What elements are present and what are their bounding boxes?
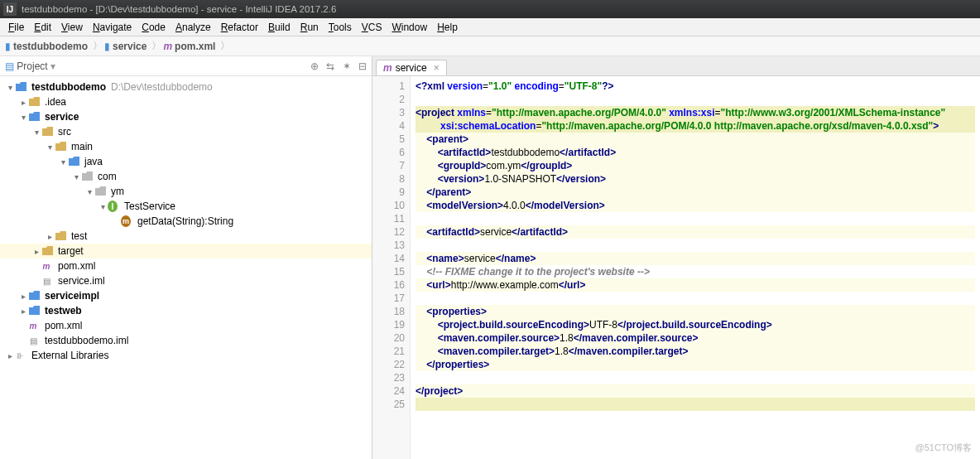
expand-arrow-icon[interactable]: ▾ <box>45 143 55 152</box>
code-editor[interactable]: 1234567891011121314151617181920212223242… <box>372 76 980 459</box>
line-number: 14 <box>372 252 405 265</box>
tree-node[interactable]: ▾testdubbodemoD:\Dev\testdubbodemo <box>0 80 372 94</box>
tree-label: pom.xml <box>58 260 95 272</box>
close-icon[interactable]: × <box>434 62 440 74</box>
mod-icon <box>15 81 28 93</box>
settings-icon[interactable]: ✶ <box>343 60 351 72</box>
code-lines[interactable]: <?xml version="1.0" encoding="UTF-8"?> <… <box>411 76 980 459</box>
expand-arrow-icon[interactable]: ▾ <box>5 83 15 92</box>
menu-build[interactable]: Build <box>263 22 295 33</box>
editor-area: m service × 1234567891011121314151617181… <box>372 56 980 459</box>
expand-arrow-icon[interactable]: ▸ <box>45 232 55 241</box>
expand-arrow-icon[interactable]: ▾ <box>71 172 81 181</box>
tree-suffix: D:\Dev\testdubbodemo <box>111 81 213 93</box>
maven-icon: m <box>383 62 392 74</box>
tree-label: test <box>71 230 87 242</box>
menu-navigate[interactable]: Navigate <box>88 22 137 33</box>
menu-view[interactable]: View <box>56 22 88 33</box>
code-line[interactable]: </parent> <box>416 186 975 199</box>
menu-code[interactable]: Code <box>137 22 171 33</box>
expand-arrow-icon[interactable]: ▾ <box>98 202 108 211</box>
menu-window[interactable]: Window <box>387 22 432 33</box>
tree-node[interactable]: mpom.xml <box>0 258 372 273</box>
code-line[interactable]: </properties> <box>416 358 975 371</box>
project-tool-icon[interactable]: ▤ <box>5 60 14 72</box>
tree-node[interactable]: ▸test <box>0 229 372 244</box>
tree-label: main <box>71 141 93 152</box>
tree-node[interactable]: ▾src <box>0 124 372 139</box>
tree-label: External Libraries <box>31 350 108 361</box>
breadcrumb-item[interactable]: ▮testdubbodemo <box>5 41 88 52</box>
app-icon: IJ <box>3 2 17 16</box>
tool-icon[interactable]: ⇆ <box>326 60 334 72</box>
code-line[interactable]: <version>1.0-SNAPSHOT</version> <box>416 172 975 186</box>
code-line[interactable]: <url>http://www.example.com</url> <box>416 278 975 292</box>
expand-arrow-icon[interactable]: ▸ <box>18 307 28 316</box>
code-line[interactable]: <maven.compiler.source>1.8</maven.compil… <box>416 331 975 345</box>
tree-node[interactable]: ▸target <box>0 244 372 258</box>
mod-icon <box>28 111 41 123</box>
tree-node[interactable]: mpom.xml <box>0 318 372 333</box>
code-line[interactable]: <?xml version="1.0" encoding="UTF-8"?> <box>416 80 975 93</box>
tree-label: java <box>84 156 103 167</box>
menu-vcs[interactable]: VCS <box>357 22 387 33</box>
code-line[interactable]: xsi:schemaLocation="http://maven.apache.… <box>416 119 975 133</box>
tree-node[interactable]: ▾ym <box>0 184 372 199</box>
code-line[interactable]: </project> <box>416 384 975 398</box>
code-line[interactable]: <maven.compiler.target>1.8</maven.compil… <box>416 345 975 358</box>
hide-icon[interactable]: ⊟ <box>358 60 367 72</box>
menu-edit[interactable]: Edit <box>29 22 56 33</box>
tree-node[interactable]: ▤service.iml <box>0 273 372 288</box>
expand-arrow-icon[interactable]: ▾ <box>84 187 94 196</box>
tree-node[interactable]: ▸testweb <box>0 303 372 318</box>
breadcrumb-item[interactable]: mpom.xml <box>163 41 215 52</box>
tree-label: service <box>45 111 79 123</box>
tab-service-pom[interactable]: m service × <box>376 60 447 75</box>
code-line[interactable]: <!-- FIXME change it to the project's we… <box>416 265 975 278</box>
collapse-icon[interactable]: ⊕ <box>310 60 319 72</box>
code-line[interactable] <box>416 398 975 411</box>
code-line[interactable] <box>416 292 975 305</box>
tree-node[interactable]: ▾ITestService <box>0 199 372 214</box>
code-line[interactable]: <properties> <box>416 305 975 318</box>
code-line[interactable]: <artifactId>testdubbodemo</artifactId> <box>416 146 975 159</box>
code-line[interactable] <box>416 93 975 106</box>
tree-node[interactable]: mgetData(String):String <box>0 214 372 229</box>
expand-arrow-icon[interactable]: ▸ <box>5 351 15 360</box>
code-line[interactable]: <parent> <box>416 133 975 146</box>
code-line[interactable]: <project xmlns="http://maven.apache.org/… <box>416 106 975 119</box>
breadcrumb-item[interactable]: ▮service <box>104 41 147 52</box>
expand-arrow-icon[interactable]: ▸ <box>18 292 28 301</box>
code-line[interactable] <box>416 371 975 384</box>
line-number: 22 <box>372 358 405 371</box>
expand-arrow-icon[interactable]: ▸ <box>31 247 41 256</box>
project-tree[interactable]: ▾testdubbodemoD:\Dev\testdubbodemo▸.idea… <box>0 76 372 459</box>
code-line[interactable]: <name>service</name> <box>416 252 975 265</box>
chevron-right-icon: 〉 <box>93 39 103 53</box>
menu-refactor[interactable]: Refactor <box>216 22 263 33</box>
expand-arrow-icon[interactable]: ▾ <box>31 128 41 137</box>
menu-tools[interactable]: Tools <box>324 22 357 33</box>
line-number: 13 <box>372 239 405 252</box>
expand-arrow-icon[interactable]: ▾ <box>58 157 68 167</box>
tree-node[interactable]: ▾com <box>0 169 372 184</box>
tree-node[interactable]: ▾main <box>0 139 372 154</box>
menu-file[interactable]: File <box>3 22 29 33</box>
code-line[interactable]: <project.build.sourceEncoding>UTF-8</pro… <box>416 318 975 331</box>
menu-help[interactable]: Help <box>432 22 463 33</box>
code-line[interactable]: <artifactId>service</artifactId> <box>416 225 975 239</box>
tree-node[interactable]: ▸⊪External Libraries <box>0 348 372 363</box>
code-line[interactable] <box>416 239 975 252</box>
tree-node[interactable]: ▸serviceimpl <box>0 288 372 303</box>
code-line[interactable]: <groupId>com.ym</groupId> <box>416 159 975 172</box>
tree-node[interactable]: ▾java <box>0 154 372 169</box>
tree-node[interactable]: ▾service <box>0 109 372 124</box>
tree-node[interactable]: ▸.idea <box>0 94 372 109</box>
code-line[interactable] <box>416 212 975 225</box>
menu-run[interactable]: Run <box>295 22 324 33</box>
expand-arrow-icon[interactable]: ▾ <box>18 113 28 122</box>
menu-analyze[interactable]: Analyze <box>171 22 216 33</box>
code-line[interactable]: <modelVersion>4.0.0</modelVersion> <box>416 199 975 212</box>
tree-node[interactable]: ▤testdubbodemo.iml <box>0 333 372 348</box>
expand-arrow-icon[interactable]: ▸ <box>18 98 28 107</box>
